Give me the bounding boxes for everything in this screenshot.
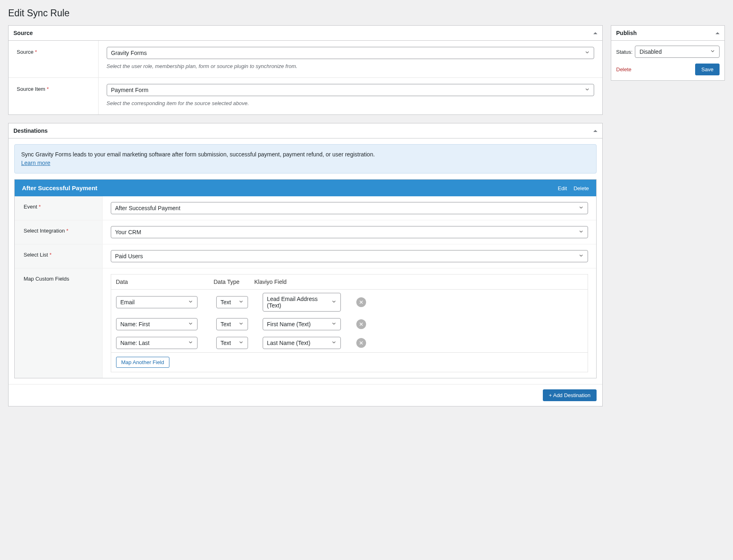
collapse-icon[interactable] xyxy=(715,32,720,34)
map-data-value: Email xyxy=(121,299,135,305)
map-col-target: Klaviyo Field xyxy=(255,279,583,285)
list-select-value: Paid Users xyxy=(115,253,143,259)
source-select[interactable]: Gravity Forms xyxy=(107,47,595,59)
collapse-icon[interactable] xyxy=(593,130,597,132)
source-select-value: Gravity Forms xyxy=(111,50,147,56)
event-select-value: After Successful Payment xyxy=(115,205,180,211)
source-item-select[interactable]: Payment Form xyxy=(107,84,595,96)
source-item-label: Source Item xyxy=(17,86,45,92)
map-row: EmailTextLead Email Address (Text) xyxy=(111,290,588,315)
map-target-select[interactable]: First Name (Text) xyxy=(263,318,341,330)
map-row: Name: FirstTextFirst Name (Text) xyxy=(111,315,588,334)
map-type-select[interactable]: Text xyxy=(216,318,248,330)
publish-panel: Publish Status: Disabled De xyxy=(611,25,725,81)
source-label: Source xyxy=(17,49,33,55)
integration-label: Select Integration xyxy=(24,228,65,234)
map-target-value: First Name (Text) xyxy=(267,321,311,327)
required-marker: * xyxy=(39,204,41,210)
map-target-select[interactable]: Last Name (Text) xyxy=(263,337,341,349)
collapse-icon[interactable] xyxy=(593,32,597,34)
map-type-value: Text xyxy=(221,299,231,305)
required-marker: * xyxy=(35,49,37,55)
map-col-type: Data Type xyxy=(214,279,255,285)
destination-delete-link[interactable]: Delete xyxy=(573,185,589,191)
add-destination-button[interactable]: + Add Destination xyxy=(543,389,597,401)
save-button[interactable]: Save xyxy=(695,64,720,75)
map-target-value: Last Name (Text) xyxy=(267,340,311,346)
list-select[interactable]: Paid Users xyxy=(111,250,588,262)
source-item-select-value: Payment Form xyxy=(111,87,149,93)
integration-select-value: Your CRM xyxy=(115,229,141,235)
page-title: Edit Sync Rule xyxy=(8,4,725,20)
info-notice-text: Sync Gravity Forms leads to your email m… xyxy=(21,151,375,158)
destination-title: After Successful Payment xyxy=(22,184,97,191)
remove-row-button[interactable] xyxy=(356,338,366,348)
source-item-help: Select the corresponding item for the so… xyxy=(107,100,595,106)
source-panel-title: Source xyxy=(13,30,33,36)
map-fields-label: Map Custom Fields xyxy=(24,276,69,282)
required-marker: * xyxy=(50,252,52,258)
destinations-panel-title: Destinations xyxy=(13,127,48,134)
status-label: Status: xyxy=(616,49,632,55)
destination-edit-link[interactable]: Edit xyxy=(558,185,567,191)
map-fields-table: Data Data Type Klaviyo Field EmailTextLe… xyxy=(111,274,588,372)
remove-row-button[interactable] xyxy=(356,319,366,329)
learn-more-link[interactable]: Learn more xyxy=(21,160,50,166)
destinations-panel: Destinations Sync Gravity Forms leads to… xyxy=(8,123,603,406)
map-data-select[interactable]: Name: Last xyxy=(116,337,198,349)
map-data-value: Name: First xyxy=(121,321,150,327)
map-type-select[interactable]: Text xyxy=(216,296,248,308)
map-type-select[interactable]: Text xyxy=(216,337,248,349)
map-type-value: Text xyxy=(221,321,231,327)
map-target-select[interactable]: Lead Email Address (Text) xyxy=(263,293,341,312)
map-type-value: Text xyxy=(221,340,231,346)
status-select[interactable]: Disabled xyxy=(635,46,720,58)
map-data-value: Name: Last xyxy=(121,340,150,346)
remove-row-button[interactable] xyxy=(356,297,366,307)
status-select-value: Disabled xyxy=(639,48,661,55)
required-marker: * xyxy=(66,228,68,234)
map-data-select[interactable]: Name: First xyxy=(116,318,198,330)
event-select[interactable]: After Successful Payment xyxy=(111,202,588,214)
required-marker: * xyxy=(47,86,49,92)
source-help: Select the user role, membership plan, f… xyxy=(107,63,595,69)
info-notice: Sync Gravity Forms leads to your email m… xyxy=(14,144,597,173)
event-label: Event xyxy=(24,204,37,210)
delete-link[interactable]: Delete xyxy=(616,66,632,72)
map-target-value: Lead Email Address (Text) xyxy=(267,296,328,309)
map-another-field-button[interactable]: Map Another Field xyxy=(116,357,170,368)
map-data-select[interactable]: Email xyxy=(116,296,198,308)
map-row: Name: LastTextLast Name (Text) xyxy=(111,334,588,352)
destination-block: After Successful Payment Edit Delete Eve… xyxy=(14,179,597,378)
publish-panel-title: Publish xyxy=(616,30,637,36)
source-panel: Source Source * Gravity Forms xyxy=(8,25,603,115)
integration-select[interactable]: Your CRM xyxy=(111,226,588,238)
map-col-data: Data xyxy=(116,279,214,285)
list-label: Select List xyxy=(24,252,48,258)
